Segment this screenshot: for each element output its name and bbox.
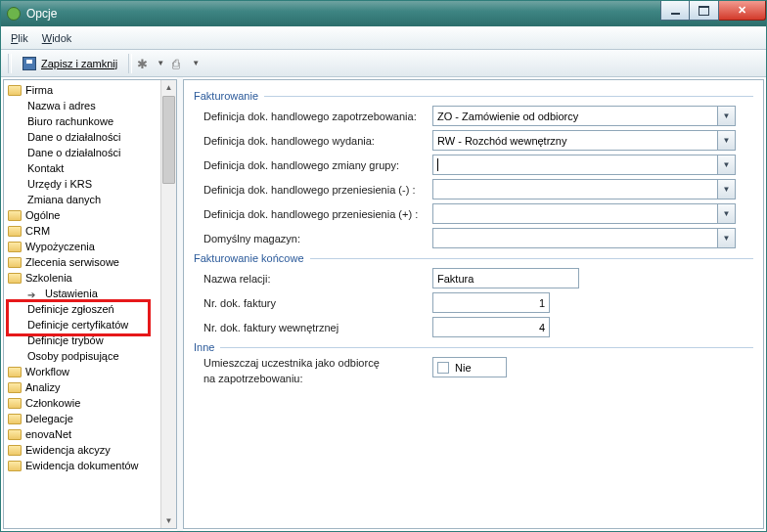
tools-icon[interactable]: ✱ xyxy=(137,57,151,70)
save-and-close-button[interactable]: Zapisz i zamknij xyxy=(17,55,123,72)
checkbox-icon xyxy=(437,362,449,374)
maximize-button[interactable] xyxy=(690,1,719,21)
tree-node-ewidencja-akcyzy[interactable]: Ewidencja akcyzy xyxy=(4,442,162,458)
options-window: Opcje Plik Widok Zapisz i zamknij ✱ ▼ ⎙ … xyxy=(0,0,767,532)
tree-node[interactable]: Biuro rachunkowe xyxy=(4,113,162,129)
label-def-pp: Definicja dok. handlowego przeniesienia … xyxy=(203,208,432,220)
group-inne: Inne xyxy=(194,341,753,353)
label-nrdokw: Nr. dok. faktury wewnętrznej xyxy=(203,322,432,333)
label-def-zg: Definicja dok. handlowego zmiany grupy: xyxy=(203,159,432,171)
form-pane: Fakturowanie Definicja dok. handlowego z… xyxy=(183,79,764,529)
select-def-wyd[interactable]: RW - Rozchód wewnętrzny xyxy=(432,130,718,151)
close-button[interactable] xyxy=(719,1,766,21)
tree-node-ogolne[interactable]: Ogólne xyxy=(4,207,162,223)
toolbar: Zapisz i zamknij ✱ ▼ ⎙ ▼ xyxy=(1,50,766,77)
tree-node[interactable]: Definicje zgłoszeń xyxy=(4,301,162,317)
window-title: Opcje xyxy=(26,7,660,21)
tree-node-firma[interactable]: Firma xyxy=(4,82,162,98)
tree-node-czlonkowie[interactable]: Członkowie xyxy=(4,395,162,411)
tree-node-ewidencja-dokument[interactable]: Ewidencja dokumentów xyxy=(4,458,162,473)
tree-node[interactable]: Dane o działalności xyxy=(4,129,162,145)
label-def-pm: Definicja dok. handlowego przeniesienia … xyxy=(203,184,432,196)
select-mag[interactable] xyxy=(432,228,718,248)
select-def-zg[interactable] xyxy=(432,155,718,175)
chevron-down-icon[interactable]: ▼ xyxy=(718,106,736,126)
tree-node[interactable]: Osoby podpisujące xyxy=(4,348,162,364)
tree-node[interactable]: Definicje certyfikatów xyxy=(4,317,162,332)
tree-node[interactable]: Kontakt xyxy=(4,160,162,176)
input-relacja[interactable]: Faktura xyxy=(432,268,579,288)
select-def-pm[interactable] xyxy=(432,179,718,200)
tree-node-wypozyczenia[interactable]: Wypożyczenia xyxy=(4,239,162,254)
chevron-down-icon[interactable]: ▼ xyxy=(192,59,200,67)
label-relacja: Nazwa relacji: xyxy=(203,273,432,285)
print-icon[interactable]: ⎙ xyxy=(172,57,186,70)
tree-node[interactable]: Zmiana danych xyxy=(4,192,162,207)
menu-file[interactable]: Plik xyxy=(11,32,28,44)
tree-node[interactable]: Definicje trybów xyxy=(4,332,162,348)
tree-node-workflow[interactable]: Workflow xyxy=(4,364,162,379)
chevron-down-icon[interactable]: ▼ xyxy=(718,130,736,151)
group-fakturowanie: Fakturowanie xyxy=(194,90,753,102)
tree-vertical-scrollbar[interactable]: ▲▼ xyxy=(160,80,176,528)
save-icon xyxy=(23,57,36,70)
input-nrdok[interactable]: 1 xyxy=(432,292,550,313)
chevron-down-icon[interactable]: ▼ xyxy=(157,59,164,67)
app-icon xyxy=(7,7,21,21)
chevron-down-icon[interactable]: ▼ xyxy=(718,155,736,175)
chevron-down-icon[interactable]: ▼ xyxy=(718,203,736,224)
tree-pane: Firma Nazwa i adres Biuro rachunkowe Dan… xyxy=(3,79,177,529)
title-bar: Opcje xyxy=(1,1,766,26)
menu-bar: Plik Widok xyxy=(1,26,766,50)
tree-node-szkolenia[interactable]: Szkolenia xyxy=(4,270,162,286)
select-def-zap[interactable]: ZO - Zamówienie od odbiorcy xyxy=(432,106,718,126)
menu-view[interactable]: Widok xyxy=(42,32,72,44)
tree-node[interactable]: Dane o działalności xyxy=(4,145,162,160)
tree-node-enovanet[interactable]: enovaNet xyxy=(4,426,162,442)
tree-node[interactable]: Nazwa i adres xyxy=(4,98,162,113)
tree-node-ustawienia[interactable]: Ustawienia xyxy=(4,286,162,301)
label-mag: Domyślny magazyn: xyxy=(203,233,432,244)
select-def-pp[interactable] xyxy=(432,203,718,224)
label-def-wyd: Definicja dok. handlowego wydania: xyxy=(203,135,432,147)
chevron-down-icon[interactable]: ▼ xyxy=(718,179,736,200)
chevron-down-icon[interactable]: ▼ xyxy=(718,228,736,248)
label-nrdok: Nr. dok. faktury xyxy=(203,297,432,309)
label-def-zap: Definicja dok. handlowego zapotrzebowani… xyxy=(203,111,432,122)
tree-node-zlecenia[interactable]: Zlecenia serwisowe xyxy=(4,254,162,270)
group-fakt-koncowe: Fakturowanie końcowe xyxy=(194,252,753,264)
label-umiesz: Umieszczaj uczestnika jako odbiorcę na z… xyxy=(203,357,432,384)
checkbox-umiesz[interactable]: Nie xyxy=(432,357,507,377)
tree-node-analizy[interactable]: Analizy xyxy=(4,379,162,395)
tree-node-delegacje[interactable]: Delegacje xyxy=(4,411,162,426)
tree-node-crm[interactable]: CRM xyxy=(4,223,162,239)
tree-node[interactable]: Urzędy i KRS xyxy=(4,176,162,192)
input-nrdokw[interactable]: 4 xyxy=(432,317,550,337)
minimize-button[interactable] xyxy=(660,1,690,21)
